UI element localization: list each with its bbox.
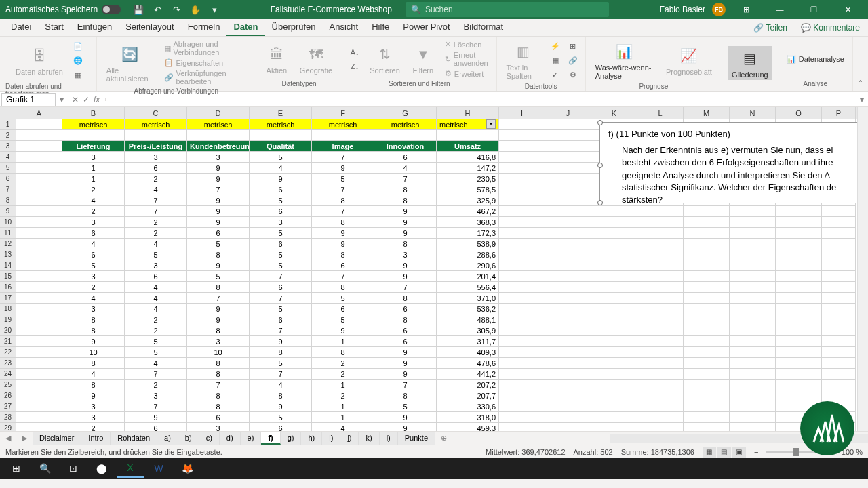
cell[interactable] [591,390,637,401]
cell[interactable] [822,249,856,260]
cell[interactable]: 3 [125,390,187,401]
cell[interactable] [822,239,856,249]
cell[interactable] [312,130,374,141]
cell[interactable]: 4 [62,369,125,380]
cell[interactable]: 7 [312,271,374,282]
cell[interactable] [591,249,637,260]
cell[interactable]: 9 [374,412,437,423]
cell[interactable]: 8 [312,195,374,206]
reapply-button[interactable]: ↻Erneut anwenden [442,50,491,68]
menu-tab-ansicht[interactable]: Ansicht [323,19,366,36]
cell[interactable] [16,401,62,412]
cell[interactable]: 6 [187,228,250,239]
cell[interactable]: 2 [312,390,374,401]
cell[interactable] [822,347,856,358]
cell[interactable]: 9 [374,347,437,358]
row-header[interactable]: 25 [0,380,16,390]
cell[interactable]: metrisch [374,119,437,130]
cell[interactable]: 7 [125,206,187,217]
cell[interactable] [591,217,637,228]
cell[interactable]: 5 [250,228,312,239]
cell[interactable] [16,293,62,304]
cell[interactable]: 7 [187,184,250,195]
sheet-tab[interactable]: g) [281,432,302,445]
validation-icon[interactable]: ✓ [549,68,562,81]
cell[interactable] [499,130,545,141]
cell[interactable]: 2 [125,174,187,184]
cell[interactable]: 8 [374,314,437,325]
cell[interactable]: 3 [374,249,437,260]
cell[interactable] [545,184,591,195]
ribbon-mode-icon[interactable]: ⊞ [732,0,760,19]
cell[interactable]: Lieferung [62,141,125,152]
cell[interactable]: 10 [62,347,125,358]
queries-connections-button[interactable]: ▦Abfragen und Verbindungen [161,39,250,57]
cell[interactable]: 6 [250,423,312,431]
cell[interactable]: metrisch [250,119,312,130]
cell[interactable]: 325,9 [437,195,499,206]
cell[interactable]: 8 [312,249,374,260]
cell[interactable]: 2 [312,358,374,369]
sheet-tab[interactable]: h) [301,432,322,445]
firefox-taskbar-icon[interactable]: 🦊 [174,459,201,478]
cell[interactable] [591,228,637,239]
cell[interactable] [591,260,637,271]
row-header[interactable]: 16 [0,282,16,293]
cell[interactable]: metrisch [125,119,187,130]
search-taskbar-icon[interactable]: 🔍 [31,459,58,478]
column-header-P[interactable]: P [822,107,856,119]
cell[interactable] [545,423,591,431]
cell[interactable]: 8 [187,401,250,412]
resize-handle[interactable] [597,200,603,205]
cell[interactable] [684,412,730,423]
cell[interactable]: Qualität [250,141,312,152]
cell[interactable]: 368,3 [437,217,499,228]
cell[interactable] [684,369,730,380]
floating-textbox[interactable]: f) (11 Punkte von 100 Punkten) Nach der … [599,122,857,203]
menu-tab-seitenlayout[interactable]: Seitenlayout [119,19,181,36]
cell[interactable]: 7 [250,271,312,282]
cell[interactable]: 9 [312,325,374,336]
cell[interactable]: 3 [62,412,125,423]
cell[interactable] [684,304,730,314]
cell[interactable]: Innovation [374,141,437,152]
cell[interactable]: 8 [374,293,437,304]
cell[interactable] [499,206,545,217]
cell[interactable] [125,130,187,141]
cell[interactable] [591,239,637,249]
cell[interactable] [637,271,684,282]
cell[interactable] [776,293,822,304]
cell[interactable]: 3 [187,152,250,163]
menu-tab-überprüfen[interactable]: Überprüfen [265,19,323,36]
cell[interactable]: 5 [250,249,312,260]
menu-tab-datei[interactable]: Datei [4,19,38,36]
add-sheet-button[interactable]: ⊕ [435,432,452,444]
cell[interactable] [16,206,62,217]
filter-dropdown-icon[interactable]: ▾ [486,119,496,129]
cell[interactable]: 9 [374,206,437,217]
cell[interactable]: 9 [312,163,374,174]
share-button[interactable]: 🔗 Teilen [749,22,791,34]
cell[interactable]: 9 [312,239,374,249]
cell[interactable]: 3 [62,217,125,228]
cell[interactable]: 9 [187,217,250,228]
edit-links-button[interactable]: 🔗Verknüpfungen bearbeiten [161,68,250,86]
row-header[interactable]: 1 [0,119,16,130]
cell[interactable] [684,347,730,358]
cell[interactable]: 8 [187,325,250,336]
cell[interactable] [545,271,591,282]
cell[interactable]: 4 [250,163,312,174]
cell[interactable] [637,336,684,347]
cell[interactable]: Umsatz [437,141,499,152]
cell[interactable] [499,304,545,314]
sheet-tab[interactable]: f) [261,432,280,445]
word-taskbar-icon[interactable]: W [145,459,172,478]
cell[interactable] [16,228,62,239]
cell[interactable] [637,347,684,358]
cell[interactable]: 2 [125,217,187,228]
cell[interactable]: 459,3 [437,423,499,431]
cell[interactable] [637,358,684,369]
cell[interactable]: 8 [62,358,125,369]
cell[interactable] [730,369,776,380]
collapse-ribbon-button[interactable]: ˄ [853,77,868,92]
